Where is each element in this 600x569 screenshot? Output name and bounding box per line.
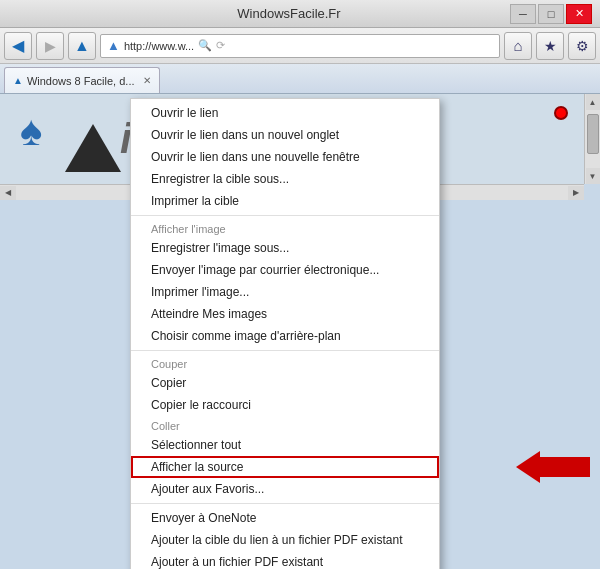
navbar: ◀ ▶ ▲ ▲ http://www.w... 🔍 ⟳ ⌂ ★ ⚙ — [0, 28, 600, 64]
tools-button[interactable]: ⚙ — [568, 32, 596, 60]
menu-item-save-image[interactable]: Enregistrer l'image sous... — [131, 237, 439, 259]
menu-separator — [131, 215, 439, 216]
spade-icon: ♠ — [20, 107, 42, 155]
menu-item-print-image[interactable]: Imprimer l'image... — [131, 281, 439, 303]
menu-item-send-onenote[interactable]: Envoyer à OneNote — [131, 507, 439, 529]
minimize-button[interactable]: ─ — [510, 4, 536, 24]
tab-bar: ▲ Windows 8 Facile, d... ✕ — [0, 64, 600, 94]
menu-item-add-favorites[interactable]: Ajouter aux Favoris... — [131, 478, 439, 500]
maximize-button[interactable]: □ — [538, 4, 564, 24]
vertical-scrollbar[interactable]: ▲ ▼ — [584, 94, 600, 184]
red-dot-indicator — [554, 106, 568, 120]
tab-windows8[interactable]: ▲ Windows 8 Facile, d... ✕ — [4, 67, 160, 93]
menu-section-header-show-image-header: Afficher l'image — [131, 219, 439, 237]
favorites-button[interactable]: ★ — [536, 32, 564, 60]
content-area: ♠ ile ! ▲ ▼ ◀ ▶ Ouvrir le lienOuvrir le … — [0, 94, 600, 569]
menu-separator — [131, 503, 439, 504]
arrow-shaft — [540, 457, 590, 477]
menu-item-select-all[interactable]: Sélectionner tout — [131, 434, 439, 456]
tab-icon: ▲ — [13, 75, 23, 86]
menu-item-print-target[interactable]: Imprimer la cible — [131, 190, 439, 212]
address-search-icon: 🔍 — [198, 39, 212, 52]
scroll-down-button[interactable]: ▼ — [586, 168, 600, 184]
triangle-logo — [65, 124, 121, 172]
menu-item-save-target[interactable]: Enregistrer la cible sous... — [131, 168, 439, 190]
titlebar: WindowsFacile.Fr ─ □ ✕ — [0, 0, 600, 28]
scroll-left-button[interactable]: ◀ — [0, 186, 16, 200]
menu-item-view-source[interactable]: Afficher la source — [131, 456, 439, 478]
menu-item-open-new-window[interactable]: Ouvrir le lien dans une nouvelle fenêtre — [131, 146, 439, 168]
menu-separator — [131, 350, 439, 351]
menu-item-open-new-tab[interactable]: Ouvrir le lien dans un nouvel onglet — [131, 124, 439, 146]
menu-item-add-pdf-existing[interactable]: Ajouter la cible du lien à un fichier PD… — [131, 529, 439, 551]
scroll-up-button[interactable]: ▲ — [586, 94, 600, 110]
back-button[interactable]: ◀ — [4, 32, 32, 60]
menu-item-my-images[interactable]: Atteindre Mes images — [131, 303, 439, 325]
scroll-thumb[interactable] — [587, 114, 599, 154]
scroll-right-button[interactable]: ▶ — [568, 186, 584, 200]
menu-item-send-image[interactable]: Envoyer l'image par courrier électroniqu… — [131, 259, 439, 281]
close-button[interactable]: ✕ — [566, 4, 592, 24]
tab-close-button[interactable]: ✕ — [143, 75, 151, 86]
menu-section-header-cut-header: Couper — [131, 354, 439, 372]
page-title: WindowsFacile.Fr — [68, 6, 510, 21]
address-bar[interactable]: ▲ http://www.w... 🔍 ⟳ — [100, 34, 500, 58]
window-controls: ─ □ ✕ — [510, 4, 592, 24]
forward-button[interactable]: ▶ — [36, 32, 64, 60]
menu-item-copy[interactable]: Copier — [131, 372, 439, 394]
home-button[interactable]: ⌂ — [504, 32, 532, 60]
context-menu: Ouvrir le lienOuvrir le lien dans un nou… — [130, 98, 440, 569]
address-icon: ▲ — [107, 38, 120, 53]
ie-logo-button[interactable]: ▲ — [68, 32, 96, 60]
refresh-icon: ⟳ — [216, 39, 225, 52]
tab-label: Windows 8 Facile, d... — [27, 75, 135, 87]
menu-item-add-pdf[interactable]: Ajouter à un fichier PDF existant — [131, 551, 439, 569]
address-text: http://www.w... — [124, 40, 194, 52]
arrow-indicator — [516, 451, 590, 483]
site-logo: ♠ — [10, 102, 120, 177]
arrow-head-icon — [516, 451, 540, 483]
menu-item-copy-shortcut[interactable]: Copier le raccourci — [131, 394, 439, 416]
menu-section-header-paste-header: Coller — [131, 416, 439, 434]
menu-item-open-link[interactable]: Ouvrir le lien — [131, 102, 439, 124]
menu-item-set-wallpaper[interactable]: Choisir comme image d'arrière-plan — [131, 325, 439, 347]
